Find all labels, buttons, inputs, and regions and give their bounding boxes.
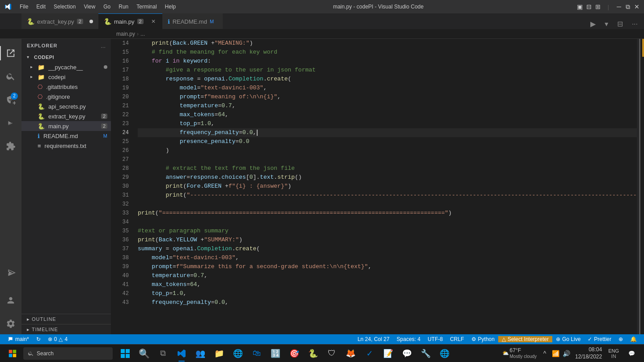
menu-go[interactable]: Go	[100, 3, 114, 11]
sidebar-item-gitattributes[interactable]: ⎔ .gitattributes	[21, 82, 111, 92]
layout-icon[interactable]: ▣	[577, 4, 583, 9]
table-row[interactable]: frequency_penalty=0.0,	[138, 298, 637, 307]
activity-explorer[interactable]	[0, 42, 21, 64]
notification-item[interactable]: 🔔	[627, 336, 640, 342]
menu-help[interactable]: Help	[161, 3, 180, 11]
prettier-item[interactable]: ✓ Prettier	[584, 336, 615, 342]
menu-selection[interactable]: Selection	[50, 3, 79, 11]
table-row[interactable]: print(Back.YELLOW +"SUMMARY:")	[138, 236, 637, 244]
table-row[interactable]	[138, 200, 637, 209]
menu-edit[interactable]: Edit	[33, 3, 49, 11]
taskbar-app-app3[interactable]: ✓	[360, 345, 378, 362]
taskbar-app-app2[interactable]: 🐍	[304, 345, 322, 362]
sidebar-item-api-secrets[interactable]: 🐍 api_secrets.py	[21, 101, 111, 111]
clock[interactable]: 08:04 12/18/2022	[572, 346, 605, 360]
run-button[interactable]: ▶	[588, 19, 598, 29]
menu-terminal[interactable]: Terminal	[133, 3, 160, 11]
table-row[interactable]	[138, 155, 637, 164]
tray-network-icon[interactable]: 📶	[551, 349, 560, 358]
activity-settings[interactable]	[0, 313, 21, 334]
table-row[interactable]: #give a response to the user in json for…	[138, 66, 637, 75]
table-row[interactable]: # find the meaning for each key word	[138, 48, 637, 57]
editor[interactable]: 1415161718192021222324252627282930313233…	[111, 39, 637, 334]
table-row[interactable]: summary = openai.Completion.create(	[138, 244, 637, 253]
sidebar-more-icon[interactable]: ...	[101, 42, 106, 49]
outline-header[interactable]: ▸ OUTLINE	[21, 314, 111, 324]
taskbar-app-taskview[interactable]: ⧉	[154, 345, 172, 362]
table-row[interactable]: print("=================================…	[138, 209, 637, 218]
tab-extract-key[interactable]: 🐍 extract_key.py 2	[21, 13, 98, 29]
more-actions-icon[interactable]: ···	[629, 19, 640, 29]
taskbar-app-explorer[interactable]	[116, 345, 134, 362]
table-row[interactable]: for i in keyword:	[138, 57, 637, 66]
git-branch-item[interactable]: main*	[4, 334, 33, 344]
line-ending-item[interactable]: CRLF	[446, 336, 467, 342]
code-editor[interactable]: 1415161718192021222324252627282930313233…	[111, 39, 637, 334]
activity-search[interactable]	[0, 66, 21, 87]
tab-main[interactable]: 🐍 main.py 2 ✕	[98, 13, 162, 29]
sidebar-item-requirements[interactable]: ≡ requirements.txt	[21, 141, 111, 151]
errors-item[interactable]: ⊗ 0 △ 4	[44, 334, 71, 344]
split-icon[interactable]: ⊟	[586, 4, 592, 9]
encoding-item[interactable]: UTF-8	[424, 336, 446, 342]
activity-source-control[interactable]: 2	[0, 89, 21, 110]
tab-main-close[interactable]: ✕	[150, 18, 157, 25]
table-row[interactable]: prompt=f"Summarize this for a second-gra…	[138, 262, 637, 271]
table-row[interactable]: # extract the text from the json file	[138, 164, 637, 173]
table-row[interactable]: max_tokens=64,	[138, 280, 637, 289]
menu-view[interactable]: View	[80, 3, 99, 11]
menu-run[interactable]: Run	[115, 3, 132, 11]
position-item[interactable]: Ln 24, Col 27	[354, 336, 393, 342]
table-row[interactable]: prompt=f"meaning of:\n\n{i}",	[138, 93, 637, 101]
sidebar-item-gitignore[interactable]: ⎔ .gitignore	[21, 92, 111, 101]
run-dropdown-icon[interactable]: ▾	[602, 19, 611, 29]
taskbar-app-whatsapp[interactable]: 💬	[398, 345, 416, 362]
taskbar-app-app1[interactable]: 🎯	[285, 345, 303, 362]
activity-testing[interactable]	[0, 263, 21, 284]
restore-button[interactable]: ⧉	[625, 4, 631, 9]
taskbar-search[interactable]: Search	[23, 347, 113, 360]
breadcrumb-dots[interactable]: ...	[140, 31, 145, 37]
tray-arrow-icon[interactable]: ^	[540, 349, 549, 358]
activity-run[interactable]	[0, 112, 21, 134]
code-content[interactable]: print(Back.GREEN +"MEANING:") # find the…	[133, 39, 637, 334]
table-row[interactable]	[138, 218, 637, 227]
taskbar-app-teams[interactable]: 👥	[191, 345, 209, 362]
broadcast-item[interactable]: ⊕	[615, 336, 627, 342]
taskbar-app-search[interactable]: 🔍	[135, 345, 153, 362]
table-row[interactable]: model="text-davinci-003",	[138, 253, 637, 262]
table-row[interactable]: print("---------------------------------…	[138, 191, 637, 200]
taskbar-app-calculator[interactable]: 🔢	[267, 345, 284, 362]
notification-center[interactable]: 💬	[623, 345, 640, 362]
minimap[interactable]	[637, 39, 640, 334]
select-interpreter-item[interactable]: △ Select Interpreter	[498, 336, 552, 342]
table-row[interactable]: answer=response.choices[0].text.strip()	[138, 173, 637, 182]
language-item[interactable]: ⚙ Python	[468, 336, 498, 342]
split-editor-icon[interactable]: ⊟	[614, 19, 626, 29]
close-button[interactable]: ✕	[634, 4, 640, 9]
sidebar-item-extract-key[interactable]: 🐍 extract_key.py 2	[21, 111, 111, 121]
go-live-item[interactable]: ⊕ Go Live	[552, 336, 584, 342]
table-row[interactable]: print(Back.GREEN +"MEANING:")	[138, 39, 637, 48]
activity-account[interactable]	[0, 290, 21, 311]
grid-icon[interactable]: ⊞	[595, 4, 601, 9]
tab-readme[interactable]: ℹ README.md M	[162, 13, 223, 29]
table-row[interactable]: model="text-davinci-003",	[138, 84, 637, 93]
taskbar-app-chrome[interactable]: 🌐	[436, 345, 453, 362]
table-row[interactable]: top_p=1.0,	[138, 119, 637, 128]
sidebar-root-folder[interactable]: ▾ CODEPI	[21, 52, 111, 62]
breadcrumb-file[interactable]: main.py	[116, 31, 135, 37]
table-row[interactable]: print(Fore.GREEN +f"{i} : {answer}")	[138, 182, 637, 191]
timeline-header[interactable]: ▸ TIMELINE	[21, 324, 111, 334]
spaces-item[interactable]: Spaces: 4	[393, 336, 424, 342]
minimize-button[interactable]: ─	[616, 4, 622, 9]
taskbar-app-store[interactable]: 🛍	[248, 345, 266, 362]
start-button[interactable]	[4, 346, 21, 361]
table-row[interactable]: #text or paragraph summary	[138, 227, 637, 236]
taskbar-app-edge[interactable]: 🌐	[229, 345, 247, 362]
taskbar-app-firefox[interactable]: 🦊	[342, 345, 360, 362]
tray-volume-icon[interactable]: 🔊	[562, 349, 571, 358]
table-row[interactable]: temperature=0.7,	[138, 101, 637, 110]
table-row[interactable]: max_tokens=64,	[138, 110, 637, 119]
table-row[interactable]: )	[138, 146, 637, 155]
